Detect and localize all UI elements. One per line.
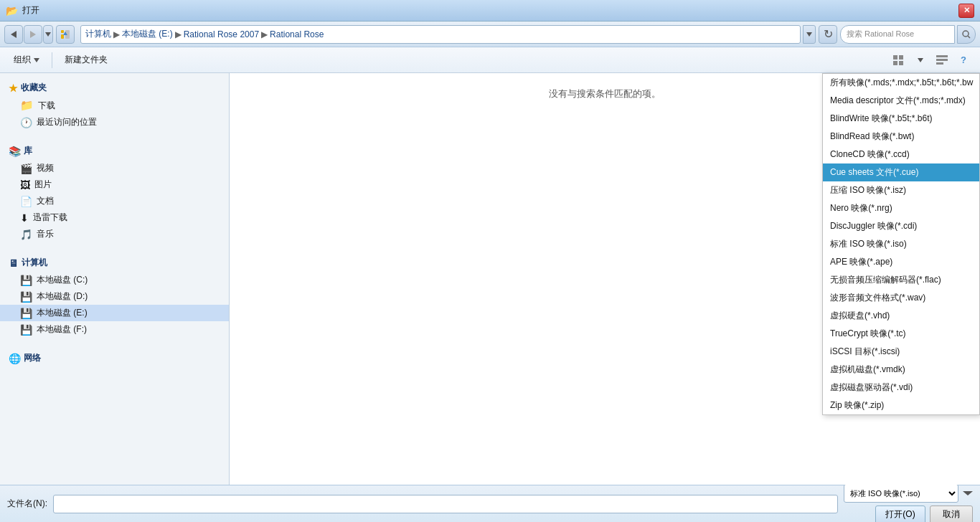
address-dropdown-button[interactable] [803, 25, 816, 44]
documents-label: 文档 [37, 195, 54, 207]
close-button[interactable]: ✕ [958, 4, 974, 18]
path-segment-folder2: Rational Rose [270, 29, 324, 39]
cancel-button[interactable]: 取消 [930, 506, 973, 523]
search-button[interactable] [957, 25, 976, 44]
network-label: 网络 [24, 352, 41, 364]
filetype-dropdown-icon [963, 488, 973, 498]
title-text: 打开 [22, 4, 958, 16]
help-button[interactable]: ? [954, 51, 973, 70]
thunder-icon: ⬇ [20, 212, 29, 224]
toolbar-right: ? [890, 51, 973, 70]
svg-marker-15 [918, 58, 923, 62]
sidebar-favorites-header[interactable]: ★ 收藏夹 [0, 79, 229, 97]
dropdown-item-12[interactable]: 波形音频文件格式(*.wav) [823, 289, 979, 307]
svg-rect-11 [893, 55, 897, 60]
pictures-icon: 🖼 [20, 179, 30, 191]
filename-input[interactable] [53, 495, 838, 513]
title-bar: 📂 打开 ✕ [0, 0, 980, 22]
dropdown-item-3[interactable]: BlindRead 映像(*.bwt) [823, 128, 979, 146]
star-icon: ★ [9, 82, 18, 94]
dropdown-item-10[interactable]: APE 映像(*.ape) [823, 253, 979, 271]
svg-marker-10 [34, 58, 39, 62]
sidebar-section-library: 📚 库 🎬 视频 🖼 图片 📄 文档 ⬇ 迅雷下载 🎵 音乐 [0, 142, 229, 242]
back-button[interactable] [4, 25, 23, 44]
dropdown-item-9[interactable]: 标准 ISO 映像(*.iso) [823, 235, 979, 253]
view-button[interactable] [890, 51, 908, 70]
sidebar: ★ 收藏夹 📁 下载 🕐 最近访问的位置 📚 库 🎬 视频 [0, 73, 230, 485]
svg-rect-18 [936, 62, 943, 65]
dropdown-item-11[interactable]: 无损音频压缩编解码器(*.flac) [823, 271, 979, 289]
new-folder-label: 新建文件夹 [65, 54, 108, 66]
favorites-label: 收藏夹 [21, 82, 47, 94]
dropdown-item-1[interactable]: Media descriptor 文件(*.mds;*.mdx) [823, 92, 979, 110]
no-results-text: 没有与搜索条件匹配的项。 [549, 87, 661, 100]
sidebar-item-thunder[interactable]: ⬇ 迅雷下载 [0, 209, 229, 226]
bottom-bar: 文件名(N): 标准 ISO 映像(*.iso) 打开(O) 取消 [0, 485, 980, 522]
folder-icon: 📁 [20, 99, 34, 112]
new-folder-button[interactable]: 新建文件夹 [58, 51, 114, 70]
dropdown-item-2[interactable]: BlindWrite 映像(*.b5t;*.b6t) [823, 110, 979, 128]
dropdown-item-18[interactable]: Zip 映像(*.zip) [823, 397, 979, 414]
dropdown-item-17[interactable]: 虚拟磁盘驱动器(*.vdi) [823, 379, 979, 397]
dropdown-item-13[interactable]: 虚拟硬盘(*.vhd) [823, 307, 979, 325]
svg-marker-2 [45, 32, 51, 37]
content-area: 没有与搜索条件匹配的项。 所有映像(*.mds;*.mdx;*.b5t;*.b6… [230, 73, 980, 485]
search-placeholder: 搜索 Rational Rose [847, 29, 914, 39]
forward-button[interactable] [24, 25, 42, 44]
drive-e-label: 本地磁盘 (E:) [37, 307, 88, 319]
dropdown-arrow-button[interactable] [43, 25, 53, 44]
music-icon: 🎵 [20, 229, 32, 240]
svg-point-8 [963, 31, 969, 37]
dropdown-item-4[interactable]: CloneCD 映像(*.ccd) [823, 146, 979, 163]
sidebar-network-header[interactable]: 🌐 网络 [0, 349, 229, 367]
sidebar-item-drive-d[interactable]: 💾 本地磁盘 (D:) [0, 288, 229, 305]
dropdown-item-16[interactable]: 虚拟机磁盘(*.vmdk) [823, 361, 979, 379]
sidebar-item-downloads[interactable]: 📁 下载 [0, 97, 229, 114]
address-bar: 计算机 ▶ 本地磁盘 (E:) ▶ Rational Rose 2007 ▶ R… [0, 22, 980, 47]
sidebar-item-videos[interactable]: 🎬 视频 [0, 160, 229, 176]
sidebar-item-drive-c[interactable]: 💾 本地磁盘 (C:) [0, 272, 229, 288]
drive-c-icon: 💾 [20, 275, 32, 286]
sidebar-section-favorites: ★ 收藏夹 📁 下载 🕐 最近访问的位置 [0, 79, 229, 130]
sidebar-computer-header[interactable]: 🖥 计算机 [0, 254, 229, 272]
organize-button[interactable]: 组织 [7, 51, 46, 70]
drive-e-icon: 💾 [20, 308, 32, 319]
filetype-dropdown[interactable]: 所有映像(*.mds;*.mdx;*.b5t;*.b6t;*.bw Media … [822, 73, 980, 415]
dropdown-item-0[interactable]: 所有映像(*.mds;*.mdx;*.b5t;*.b6t;*.bw [823, 74, 979, 92]
search-box[interactable]: 搜索 Rational Rose [840, 25, 955, 44]
sidebar-item-drive-f[interactable]: 💾 本地磁盘 (F:) [0, 321, 229, 338]
svg-rect-12 [899, 55, 903, 60]
network-icon: 🌐 [9, 353, 21, 364]
computer-icon: 🖥 [9, 257, 19, 269]
details-pane-button[interactable] [933, 51, 951, 70]
sidebar-item-recent[interactable]: 🕐 最近访问的位置 [0, 114, 229, 130]
dropdown-item-7[interactable]: Nero 映像(*.nrg) [823, 199, 979, 217]
address-path[interactable]: 计算机 ▶ 本地磁盘 (E:) ▶ Rational Rose 2007 ▶ R… [80, 25, 801, 44]
thunder-label: 迅雷下载 [33, 212, 67, 224]
toolbar-separator [52, 52, 52, 68]
drive-f-icon: 💾 [20, 324, 32, 336]
svg-rect-14 [899, 61, 903, 65]
dropdown-item-8[interactable]: DiscJuggler 映像(*.cdi) [823, 217, 979, 235]
svg-rect-13 [893, 61, 897, 65]
open-button[interactable]: 打开(O) [875, 506, 925, 523]
main-container: ★ 收藏夹 📁 下载 🕐 最近访问的位置 📚 库 🎬 视频 [0, 73, 980, 485]
dropdown-item-15[interactable]: iSCSI 目标(*.iscsi) [823, 343, 979, 361]
filetype-select[interactable]: 标准 ISO 映像(*.iso) [844, 484, 958, 503]
dropdown-item-14[interactable]: TrueCrypt 映像(*.tc) [823, 325, 979, 343]
view-dropdown-button[interactable] [911, 51, 930, 70]
sidebar-item-documents[interactable]: 📄 文档 [0, 193, 229, 209]
svg-marker-7 [806, 32, 812, 37]
sidebar-library-header[interactable]: 📚 库 [0, 142, 229, 160]
dropdown-item-5[interactable]: Cue sheets 文件(*.cue) [823, 163, 979, 181]
downloads-label: 下载 [38, 100, 55, 112]
dropdown-item-6[interactable]: 压缩 ISO 映像(*.isz) [823, 181, 979, 199]
sidebar-item-music[interactable]: 🎵 音乐 [0, 226, 229, 242]
svg-line-9 [968, 36, 970, 38]
up-button[interactable] [56, 25, 75, 44]
sidebar-item-drive-e[interactable]: 💾 本地磁盘 (E:) [0, 305, 229, 321]
refresh-button[interactable]: ↻ [819, 25, 837, 44]
sidebar-section-network: 🌐 网络 [0, 349, 229, 367]
sidebar-item-pictures[interactable]: 🖼 图片 [0, 176, 229, 193]
library-icon: 📚 [9, 146, 21, 157]
